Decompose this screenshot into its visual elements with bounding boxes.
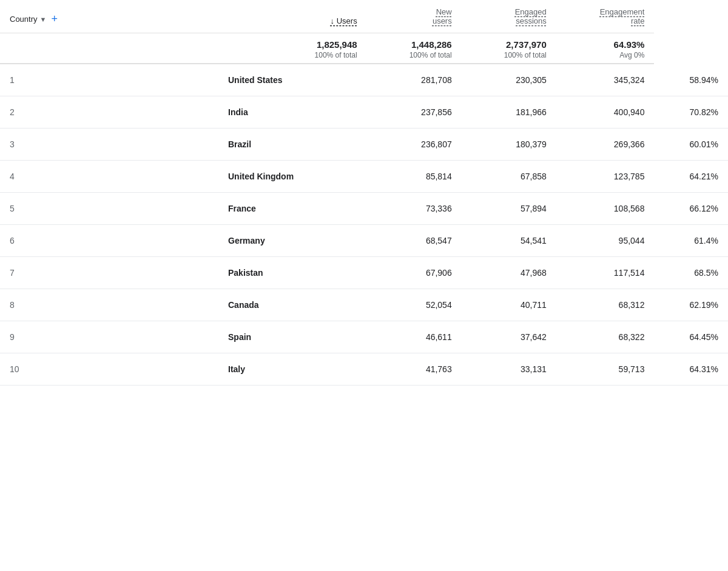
- table-row[interactable]: 5 France 73,336 57,894 108,568 66.12%: [0, 193, 728, 225]
- add-column-icon[interactable]: +: [51, 13, 58, 25]
- totals-country-cell: [0, 33, 218, 64]
- engagement-rate-value: 62.19%: [690, 300, 718, 310]
- engagement-rate-value: 64.45%: [690, 332, 718, 342]
- totals-row: 1,825,948 100% of total 1,448,286 100% o…: [0, 33, 728, 64]
- users-value: 68,547: [426, 236, 452, 245]
- engagement-rate-cell: 62.19%: [654, 289, 728, 321]
- rank-cell: 10: [0, 353, 218, 386]
- engaged-sessions-cell: 59,713: [556, 353, 655, 386]
- engagement-rate-cell: 61.4%: [654, 225, 728, 257]
- total-users-sub: 100% of total: [228, 51, 357, 59]
- engaged-sessions-cell: 108,568: [556, 193, 655, 225]
- table-row[interactable]: 3 Brazil 236,807 180,379 269,366 60.01%: [0, 129, 728, 161]
- column-headers: Country ▼ + ↓ Users Newusers: [0, 0, 728, 33]
- users-value: 236,807: [421, 139, 452, 149]
- rank-number: 9: [10, 332, 15, 342]
- country-name: United Kingdom: [228, 172, 294, 181]
- rank-cell: 2: [0, 96, 218, 129]
- country-name: Spain: [228, 332, 251, 342]
- total-new-users-sub: 100% of total: [377, 51, 452, 59]
- new-users-label: Newusers: [433, 7, 452, 25]
- engaged-sessions-cell: 400,940: [556, 96, 655, 129]
- engaged-sessions-value: 123,785: [614, 172, 645, 181]
- engagement-rate-value: 70.82%: [690, 107, 718, 117]
- new-users-cell: 181,966: [462, 96, 556, 129]
- totals-new-users-cell: 1,448,286 100% of total: [367, 33, 462, 64]
- table-row[interactable]: 7 Pakistan 67,906 47,968 117,514 68.5%: [0, 257, 728, 289]
- new-users-column-header[interactable]: Newusers: [367, 0, 462, 33]
- users-value: 281,708: [421, 75, 452, 85]
- rank-cell: 5: [0, 193, 218, 225]
- table-row[interactable]: 2 India 237,856 181,966 400,940 70.82%: [0, 96, 728, 129]
- engagement-rate-cell: 60.01%: [654, 129, 728, 161]
- engaged-sessions-value: 345,324: [614, 75, 645, 85]
- new-users-value: 67,858: [521, 172, 547, 181]
- engaged-sessions-cell: 95,044: [556, 225, 655, 257]
- new-users-cell: 57,894: [462, 193, 556, 225]
- sort-arrow-icon: ↓ Users: [331, 16, 357, 25]
- engaged-sessions-label: Engagedsessions: [515, 7, 547, 25]
- table-row[interactable]: 8 Canada 52,054 40,711 68,312 62.19%: [0, 289, 728, 321]
- new-users-value: 37,642: [521, 332, 547, 342]
- engagement-rate-value: 66.12%: [690, 204, 718, 213]
- table-row[interactable]: 10 Italy 41,763 33,131 59,713 64.31%: [0, 353, 728, 386]
- engaged-sessions-column-header[interactable]: Engagedsessions: [462, 0, 556, 33]
- table-row[interactable]: 1 United States 281,708 230,305 345,324 …: [0, 64, 728, 96]
- country-column-header[interactable]: Country ▼ +: [0, 0, 218, 33]
- users-value: 73,336: [426, 204, 452, 213]
- country-name: France: [228, 204, 256, 213]
- rank-number: 3: [10, 139, 15, 149]
- table-row[interactable]: 9 Spain 46,611 37,642 68,322 64.45%: [0, 321, 728, 353]
- country-name-cell: Pakistan: [218, 257, 367, 289]
- users-value: 85,814: [426, 172, 452, 181]
- new-users-cell: 54,541: [462, 225, 556, 257]
- engaged-sessions-cell: 269,366: [556, 129, 655, 161]
- engaged-sessions-cell: 68,312: [556, 289, 655, 321]
- rank-number: 5: [10, 204, 15, 213]
- table-row[interactable]: 6 Germany 68,547 54,541 95,044 61.4%: [0, 225, 728, 257]
- users-cell: 237,856: [367, 96, 462, 129]
- new-users-value: 180,379: [516, 139, 547, 149]
- engagement-rate-column-header[interactable]: Engagementrate: [556, 0, 655, 33]
- country-name: Italy: [228, 364, 245, 374]
- users-value: 52,054: [426, 300, 452, 310]
- new-users-value: 54,541: [521, 236, 547, 245]
- engaged-sessions-cell: 117,514: [556, 257, 655, 289]
- engagement-rate-label: Engagementrate: [600, 7, 645, 25]
- engagement-rate-cell: 64.21%: [654, 161, 728, 193]
- country-name-cell: United States: [218, 64, 367, 96]
- new-users-value: 40,711: [521, 300, 547, 310]
- users-cell: 236,807: [367, 129, 462, 161]
- new-users-value: 57,894: [521, 204, 547, 213]
- engaged-sessions-value: 95,044: [619, 236, 645, 245]
- country-label: Country: [10, 15, 38, 24]
- users-value: 41,763: [426, 364, 452, 374]
- users-cell: 68,547: [367, 225, 462, 257]
- new-users-cell: 230,305: [462, 64, 556, 96]
- new-users-value: 47,968: [521, 268, 547, 278]
- rank-number: 10: [10, 364, 19, 374]
- users-value: 67,906: [426, 268, 452, 278]
- engagement-rate-value: 61.4%: [694, 236, 718, 245]
- new-users-value: 230,305: [516, 75, 547, 85]
- users-value: 46,611: [426, 332, 452, 342]
- users-column-header[interactable]: ↓ Users: [218, 0, 367, 33]
- rank-number: 8: [10, 300, 15, 310]
- users-cell: 281,708: [367, 64, 462, 96]
- country-name-cell: India: [218, 96, 367, 129]
- engagement-rate-cell: 64.31%: [654, 353, 728, 386]
- analytics-table: Country ▼ + ↓ Users Newusers: [0, 0, 728, 571]
- new-users-value: 181,966: [516, 107, 547, 117]
- total-engaged-sessions-value: 2,737,970: [471, 39, 547, 50]
- country-name: Canada: [228, 300, 259, 310]
- engagement-rate-value: 64.31%: [690, 364, 718, 374]
- new-users-cell: 33,131: [462, 353, 556, 386]
- totals-users-cell: 1,825,948 100% of total: [218, 33, 367, 64]
- table-row[interactable]: 4 United Kingdom 85,814 67,858 123,785 6…: [0, 161, 728, 193]
- rank-number: 4: [10, 172, 15, 181]
- country-name-cell: Italy: [218, 353, 367, 386]
- engaged-sessions-value: 117,514: [614, 268, 645, 278]
- engagement-rate-value: 68.5%: [694, 268, 718, 278]
- totals-engagement-rate-cell: 64.93% Avg 0%: [556, 33, 655, 64]
- dropdown-icon[interactable]: ▼: [40, 16, 47, 23]
